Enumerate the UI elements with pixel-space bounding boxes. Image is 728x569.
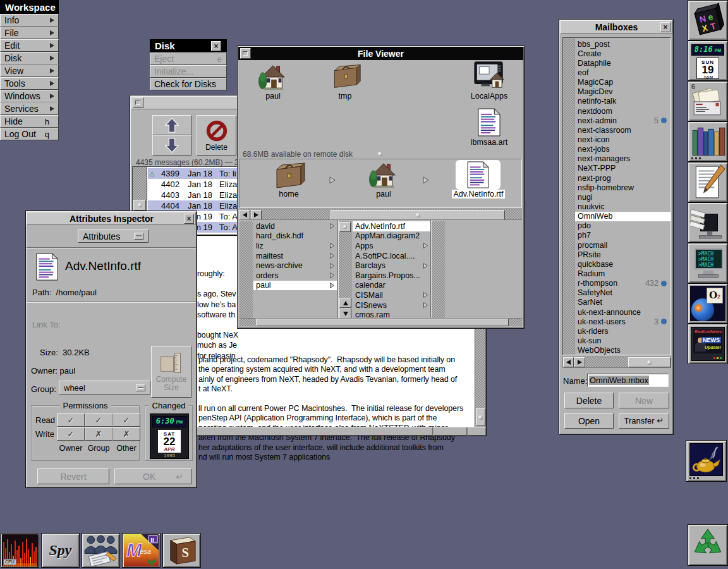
app-icon-meeting[interactable] [82,533,120,568]
mailbox-row[interactable]: netinfo-talk [575,97,670,106]
inspector-mode-popup[interactable]: Attributes [78,229,149,243]
app-icon-mesa[interactable]: M esa II [122,533,161,568]
transfer-button[interactable]: Transfer ↵ [619,413,669,429]
mailbox-row[interactable]: uk-next-users 3 [575,317,670,326]
menu-item[interactable]: Initialize... [150,65,227,78]
mailbox-row[interactable]: uk-next-announce [575,307,670,317]
mailbox-row[interactable]: SarNet [575,298,670,307]
menu-item[interactable]: Tools [0,77,59,90]
icon-home-paul[interactable] [258,63,288,93]
mailbox-row[interactable]: nextdoom [575,106,670,116]
mailbox-row[interactable]: uk-sun [575,336,670,345]
browser-item[interactable]: cmos.ram [353,310,430,319]
shelf-icon-selected-file[interactable] [466,161,489,191]
ok-button[interactable]: OK ↵ [114,468,191,484]
scrollbar-knob[interactable] [256,319,509,326]
dock-tile-librarian[interactable] [688,121,728,162]
dock-tile-edit[interactable] [688,162,728,202]
scrollbar-knob[interactable] [476,408,485,426]
menu-item[interactable]: Edit [0,39,59,52]
close-icon[interactable]: × [211,41,221,51]
mailboxes-titlebar[interactable]: Mailboxes × [560,20,672,34]
dock-tile-terminal[interactable]: >MACH>MACH>MACH [688,243,728,283]
browser-item[interactable]: Adv.NetInfo.rtf [353,221,430,231]
perm-write-group-checkbox[interactable]: ✗ [85,427,112,441]
scrollbar-knob[interactable] [339,222,351,232]
dock-tile-tvnews[interactable]: RadicalNews NEWS Update! [688,324,728,364]
icon-ibmsaa-art[interactable] [477,108,500,139]
mailbox-row[interactable]: nuukvic [575,202,670,211]
disk-menu-titlebar[interactable]: Disk × [150,39,227,52]
mailbox-row[interactable]: ph7 [575,231,670,240]
scroll-right-button[interactable] [251,210,262,220]
mailbox-row[interactable]: next-admin 5 [575,116,670,125]
browser-item[interactable]: paul [253,281,337,291]
icon-localapps[interactable] [473,61,506,94]
menu-item[interactable]: View [0,64,59,77]
compute-size-button[interactable]: Compute Size [151,346,191,398]
browser-item[interactable]: hard_disk.hdf [253,231,337,242]
column2-scrollbar[interactable] [339,221,352,319]
menu-item[interactable]: Check for Disks [150,78,227,90]
scrollbar-knob[interactable] [628,357,670,367]
mailbox-row[interactable]: PRsite [575,250,670,259]
browser-item[interactable]: orders [253,271,337,281]
browser-item[interactable]: news-archive [253,260,337,271]
browser-item[interactable]: CISMail [353,290,430,300]
app-icon-lamp[interactable] [686,440,727,482]
mailbox-row[interactable]: r-thompson 432 [575,279,670,288]
browser-item[interactable]: Apps [353,241,430,251]
mailbox-row[interactable]: pdo [575,221,670,231]
dock-tile-newsgrazer[interactable] [688,202,728,243]
new-mailbox-button[interactable]: New [619,393,669,408]
browser-item[interactable]: mailtest [253,251,337,261]
previous-message-button[interactable] [152,115,191,135]
menu-item[interactable]: Services [0,102,59,115]
perm-read-owner-checkbox[interactable]: ✓ [57,413,85,427]
mailbox-row[interactable]: next-prog [575,173,670,183]
miniaturize-button[interactable] [240,48,251,59]
mailbox-row[interactable]: NeXT-PPP [575,164,670,173]
mailbox-row[interactable]: Dataphile [575,58,670,68]
scrollbar-knob[interactable] [133,200,146,211]
dock-tile-mail[interactable]: 6 [688,81,728,121]
browser-item[interactable]: Barclays [353,260,430,271]
mailbox-row[interactable]: uk-riders [575,326,670,336]
menu-item[interactable]: Hide h [0,115,59,128]
browser-item[interactable]: Bargains.Propos... [353,271,430,281]
mailbox-row[interactable]: next-icon [575,135,670,144]
browser-item[interactable]: A.SoftPC.local.... [353,251,430,261]
shelf-icon-paul[interactable] [368,161,399,191]
mailbox-row[interactable]: next-managers [575,154,670,164]
mailbox-row[interactable]: OmniWeb [575,212,670,221]
file-viewer-titlebar[interactable]: File Viewer [238,47,523,60]
delete-mailbox-button[interactable]: Delete [564,393,614,408]
scroll-up-button[interactable] [339,298,351,308]
scroll-right-button[interactable] [574,357,585,367]
mailbox-list-hscrollbar[interactable] [562,357,671,368]
menu-item[interactable]: Disk [0,52,59,64]
mailbox-row[interactable]: nugi [575,192,670,202]
browser-item[interactable]: liz [253,241,337,251]
menu-item[interactable]: Info [0,14,59,27]
menu-item[interactable]: Eject e [150,52,227,65]
document-text[interactable]: pland project, codenamed "Rhapsody". Rha… [198,329,475,462]
workspace-menu-title[interactable]: Workspace [0,0,59,14]
mailbox-row[interactable]: bbs_post [575,39,670,49]
group-popup[interactable]: wheel [59,381,150,395]
browser-item[interactable]: calendar [353,281,430,291]
scroll-down-button[interactable] [339,309,351,319]
mailbox-row[interactable]: procmail [575,240,670,250]
mailbox-row[interactable]: MagicCap [575,78,670,87]
shelf-icon-home[interactable] [272,162,306,191]
document-resize-bar[interactable] [152,427,486,436]
mailbox-row[interactable]: eof [575,68,670,77]
browser-scrollbar[interactable] [240,318,522,326]
resize-dimple[interactable] [378,152,382,156]
menu-item[interactable]: Windows [0,90,59,102]
column3-scrollbar[interactable] [432,221,445,319]
mailbox-row[interactable]: next-classroom [575,125,670,135]
perm-write-owner-checkbox[interactable]: ✓ [57,427,85,441]
menu-item[interactable]: Log Out q [0,128,59,140]
revert-button[interactable]: Revert [37,468,109,484]
